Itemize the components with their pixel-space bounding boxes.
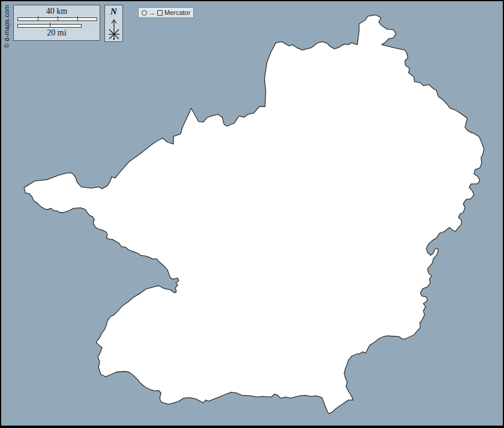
arrow-right-icon: → xyxy=(149,10,155,16)
scale-tick xyxy=(77,16,78,20)
region-map xyxy=(1,1,503,426)
scale-mi-bar xyxy=(17,24,82,28)
scale-km-bar xyxy=(17,17,97,21)
projection-panel: → Mercator xyxy=(138,7,194,18)
compass-panel: N xyxy=(104,5,123,42)
scale-tick xyxy=(50,23,50,27)
copyright-text: © d-maps.com xyxy=(3,5,10,48)
scale-tick xyxy=(58,16,58,20)
scale-mi-label: 20 mi xyxy=(14,28,100,38)
map-canvas: 40 km 20 mi N → Mercator xyxy=(0,0,504,428)
scale-km-label: 40 km xyxy=(14,7,100,16)
projection-name: Mercator xyxy=(164,9,190,16)
circle-icon xyxy=(142,10,147,16)
scale-tick xyxy=(38,16,38,20)
scale-bar-panel: 40 km 20 mi xyxy=(13,5,100,41)
compass-north-label: N xyxy=(105,7,122,17)
region-outline xyxy=(24,15,484,414)
north-arrow-icon xyxy=(106,17,122,41)
square-icon xyxy=(157,10,163,16)
